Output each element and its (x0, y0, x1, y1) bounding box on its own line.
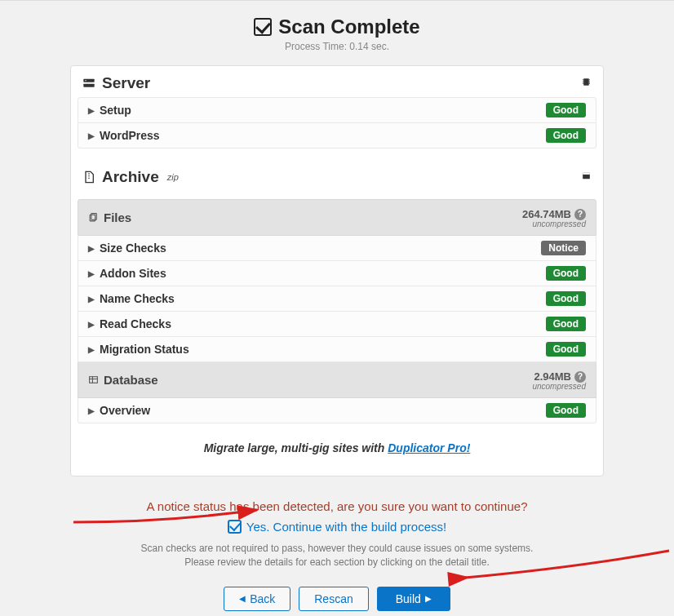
caret-right-icon: ▶ (88, 131, 95, 140)
row-label: Read Checks (100, 317, 171, 330)
archive-title: Archive (102, 168, 159, 186)
row-label: Addon Sites (100, 267, 166, 280)
row-label: Name Checks (100, 292, 175, 305)
promo-link[interactable]: Duplicator Pro! (388, 441, 470, 454)
files-uncompressed: uncompressed (522, 219, 586, 228)
status-badge: Good (546, 291, 586, 306)
build-button[interactable]: Build ▶ (377, 587, 450, 611)
notice-warning: A notice status has been detected, are y… (0, 499, 674, 513)
archive-suffix: zip (167, 172, 179, 182)
files-row-name-checks[interactable]: ▶ Name Checks Good (78, 286, 596, 312)
scan-header: Scan Complete Process Time: 0.14 sec. (0, 1, 674, 59)
svg-rect-8 (90, 377, 98, 383)
check-complete-icon (254, 18, 272, 36)
status-badge: Good (546, 403, 586, 418)
action-buttons: ◀ Back Rescan Build ▶ (0, 587, 674, 611)
continue-checkbox[interactable] (228, 520, 242, 534)
caret-right-icon: ▶ (88, 345, 95, 354)
rescan-button[interactable]: Rescan (299, 587, 368, 611)
row-label: Overview (100, 404, 150, 417)
caret-right-icon: ▶ (88, 269, 95, 278)
scan-panel: Server ▶ Setup Good ▶ WordPress Good Arc… (70, 65, 604, 476)
database-uncompressed: uncompressed (532, 382, 586, 391)
server-icon (82, 77, 95, 90)
caret-right-icon: ▶ (425, 594, 432, 603)
files-subheader: Files 264.74MB ? uncompressed (78, 199, 596, 236)
database-size: 2.94MB (534, 370, 571, 383)
promo-text: Migrate large, multi-gig sites with Dupl… (71, 423, 603, 476)
scan-subtitle: Process Time: 0.14 sec. (0, 41, 674, 52)
files-title: Files (104, 211, 131, 224)
files-row-size-checks[interactable]: ▶ Size Checks Notice (78, 236, 596, 261)
row-label: Size Checks (100, 242, 166, 255)
caret-right-icon: ▶ (88, 295, 95, 304)
archive-section-header: Archive zip (71, 155, 603, 191)
svg-rect-3 (583, 78, 589, 86)
chip-icon (581, 76, 592, 91)
row-label: WordPress (100, 129, 160, 142)
svg-rect-1 (83, 84, 94, 87)
caret-left-icon: ◀ (239, 594, 246, 603)
caret-right-icon: ▶ (88, 320, 95, 329)
status-badge: Notice (541, 241, 586, 255)
files-icon (88, 212, 99, 223)
continue-label: Yes. Continue with the build process! (246, 520, 446, 534)
files-row-addon-sites[interactable]: ▶ Addon Sites Good (78, 261, 596, 286)
svg-rect-5 (583, 173, 590, 175)
scan-title: Scan Complete (278, 16, 419, 38)
status-badge: Good (546, 103, 586, 117)
status-badge: Good (546, 128, 586, 143)
caret-right-icon: ▶ (88, 106, 95, 115)
status-badge: Good (546, 342, 586, 357)
database-subheader: Database 2.94MB ? uncompressed (78, 362, 596, 398)
database-row-overview[interactable]: ▶ Overview Good (78, 398, 596, 423)
back-button[interactable]: ◀ Back (224, 587, 290, 611)
files-row-migration-status[interactable]: ▶ Migration Status Good (78, 337, 596, 362)
status-badge: Good (546, 317, 586, 331)
server-section-header: Server (71, 66, 603, 97)
archive-file-icon (82, 171, 95, 184)
svg-point-2 (85, 80, 86, 81)
help-icon[interactable]: ? (574, 209, 586, 220)
database-title: Database (104, 373, 158, 387)
table-icon (88, 374, 99, 385)
row-label: Migration Status (100, 343, 189, 356)
caret-right-icon: ▶ (88, 244, 95, 253)
window-icon (581, 170, 592, 184)
status-badge: Good (546, 266, 586, 281)
row-label: Setup (100, 104, 131, 117)
files-row-read-checks[interactable]: ▶ Read Checks Good (78, 312, 596, 337)
server-row-setup[interactable]: ▶ Setup Good (78, 97, 596, 123)
help-text: Scan checks are not required to pass, ho… (0, 542, 674, 570)
server-row-wordpress[interactable]: ▶ WordPress Good (78, 123, 596, 148)
files-size: 264.74MB (522, 208, 571, 220)
help-icon[interactable]: ? (574, 371, 586, 383)
server-title: Server (102, 74, 150, 92)
caret-right-icon: ▶ (88, 406, 95, 415)
